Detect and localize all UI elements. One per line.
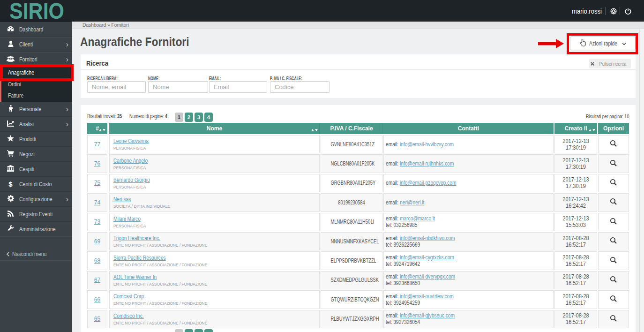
svg-text:SIRIO: SIRIO [9,0,64,22]
